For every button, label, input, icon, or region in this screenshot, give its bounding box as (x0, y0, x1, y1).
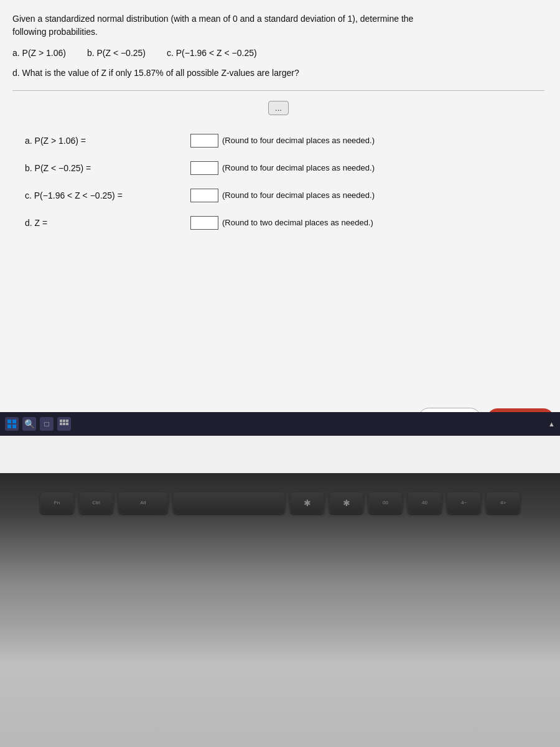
key-num3[interactable]: 4~ (447, 492, 481, 514)
answer-row-d: d. Z = (Round to two decimal places as n… (25, 216, 532, 230)
header-line1: Given a standardized normal distribution… (12, 12, 544, 26)
answer-c-input[interactable] (190, 189, 218, 202)
svg-rect-0 (7, 420, 11, 423)
answer-a-prefix: a. P(Z > 1.06) = (25, 136, 187, 146)
answer-d-note: (Round to two decimal places as needed.) (222, 218, 373, 227)
screen-taskbar: 🔍 □ ▲ (0, 412, 560, 436)
svg-rect-4 (60, 420, 62, 422)
taskbar-square-icon[interactable]: □ (40, 417, 54, 431)
windows-start-icon[interactable] (5, 417, 19, 431)
taskbar-search-icon[interactable]: 🔍 (22, 417, 36, 431)
svg-rect-3 (12, 425, 16, 428)
answer-section: a. P(Z > 1.06) = (Round to four decimal … (12, 128, 544, 250)
taskbar-right: ▲ (548, 420, 555, 428)
screen-frame: Given a standardized normal distribution… (0, 0, 560, 473)
part-b-label: b. P(Z < −0.25) (87, 48, 146, 58)
content-wrapper: Given a standardized normal distribution… (0, 0, 560, 436)
answer-b-input[interactable] (190, 161, 218, 175)
answer-d-input[interactable] (190, 216, 218, 230)
svg-rect-5 (63, 420, 65, 422)
key-fn[interactable]: Fn (40, 492, 74, 514)
answer-b-note: (Round to four decimal places as needed.… (222, 163, 375, 172)
divider (12, 90, 544, 91)
key-star2[interactable]: ✱ (329, 492, 363, 514)
part-c-label: c. P(−1.96 < Z < −0.25) (167, 48, 257, 58)
taskbar-time: ▲ (548, 420, 555, 428)
answer-row-a: a. P(Z > 1.06) = (Round to four decimal … (25, 134, 532, 148)
taskbar-icons: 🔍 □ (5, 417, 71, 431)
part-a-label: a. P(Z > 1.06) (12, 48, 66, 58)
answer-a-input[interactable] (190, 134, 218, 148)
answer-c-note: (Round to four decimal places as needed.… (222, 190, 375, 200)
question-header: Given a standardized normal distribution… (12, 12, 544, 39)
answer-a-note: (Round to four decimal places as needed.… (222, 136, 375, 145)
header-line2: following probabilities. (12, 26, 544, 39)
svg-rect-1 (12, 420, 16, 423)
key-alt[interactable]: Alt (118, 492, 168, 514)
answer-d-prefix: d. Z = (25, 218, 187, 228)
answer-row-b: b. P(Z < −0.25) = (Round to four decimal… (25, 161, 532, 175)
key-star[interactable]: ✱ (290, 492, 324, 514)
key-space[interactable] (173, 492, 285, 514)
svg-rect-2 (7, 425, 11, 428)
keyboard-row-1: Fn Ctrl Alt ✱ ✱ 00 40 4~ 4> (40, 492, 520, 514)
answer-row-c: c. P(−1.96 < Z < −0.25) = (Round to four… (25, 189, 532, 202)
taskbar-grid-icon[interactable] (57, 417, 71, 431)
key-num4[interactable]: 4> (486, 492, 520, 514)
svg-rect-9 (66, 423, 68, 425)
answer-b-prefix: b. P(Z < −0.25) = (25, 163, 187, 173)
key-num2[interactable]: 40 (408, 492, 442, 514)
key-num[interactable]: 00 (368, 492, 403, 514)
svg-rect-7 (60, 423, 62, 425)
key-ctrl[interactable]: Ctrl (79, 492, 113, 514)
answer-c-prefix: c. P(−1.96 < Z < −0.25) = (25, 190, 187, 200)
ellipsis-button[interactable]: ... (268, 101, 289, 115)
svg-rect-8 (63, 423, 65, 425)
question-parts: a. P(Z > 1.06) b. P(Z < −0.25) c. P(−1.9… (12, 46, 544, 60)
ellipsis-container: ... (12, 101, 544, 115)
part-d-label: d. What is the value of Z if only 15.87%… (12, 66, 544, 80)
svg-rect-6 (66, 420, 68, 422)
keyboard-section: Fn Ctrl Alt ✱ ✱ 00 40 4~ 4> (0, 473, 560, 747)
